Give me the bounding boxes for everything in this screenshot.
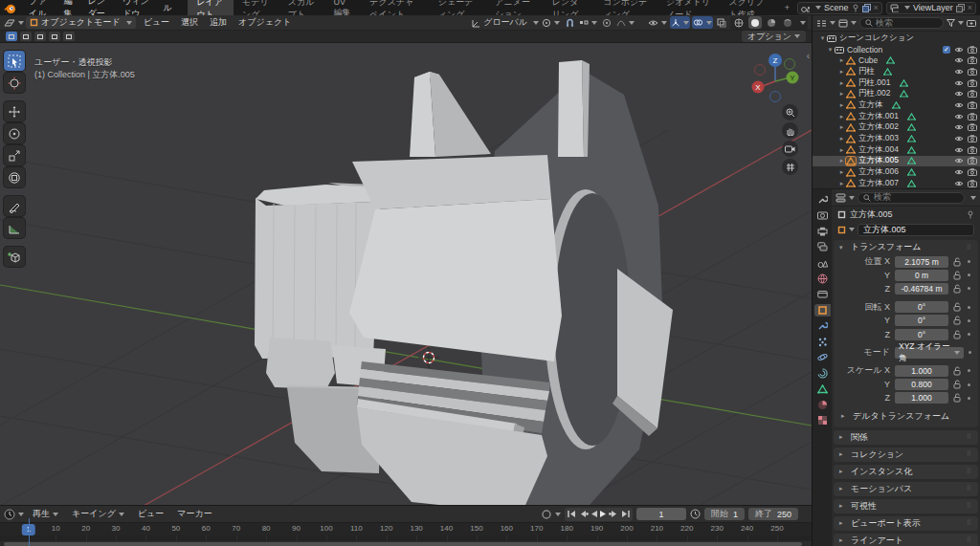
eye-icon[interactable]: [954, 168, 964, 176]
transform-panel-header[interactable]: ▾ トランスフォーム ⠿: [834, 240, 978, 254]
panel-4[interactable]: ▸可視性⠿: [834, 499, 978, 513]
scene-tab[interactable]: [814, 256, 831, 269]
eye-icon[interactable]: [954, 90, 964, 98]
timeline-menu-3[interactable]: マーカー: [170, 508, 218, 520]
shading-wireframe-button[interactable]: [732, 16, 746, 29]
collection-props-tab[interactable]: [814, 288, 831, 300]
modifiers-tab[interactable]: [814, 319, 831, 332]
camera-icon[interactable]: [968, 90, 977, 98]
camera-icon[interactable]: [968, 68, 977, 76]
select-mode-set-button[interactable]: [6, 32, 17, 41]
add-workspace-button[interactable]: +: [779, 3, 795, 12]
outliner-row-object[interactable]: ▸円柱.001: [813, 77, 980, 89]
object-visibility-button[interactable]: [647, 16, 668, 29]
rotate-tool-button[interactable]: [4, 123, 25, 143]
use-preview-range-icon[interactable]: [690, 509, 701, 519]
chevron-right-icon[interactable]: ▸: [837, 68, 846, 76]
zoom-button[interactable]: [782, 104, 798, 120]
close-icon[interactable]: ×: [874, 3, 879, 12]
xray-toggle[interactable]: [715, 16, 728, 29]
lock-open-icon[interactable]: [951, 271, 963, 280]
chevron-right-icon[interactable]: ▸: [837, 168, 846, 176]
transform-tool-button[interactable]: [4, 167, 25, 187]
outliner-row-collection[interactable]: ▾Collection✓: [813, 44, 980, 55]
panel-5[interactable]: ▸ビューポート表示⠿: [834, 516, 978, 531]
chevron-right-icon[interactable]: ▸: [837, 157, 846, 164]
new-collection-icon[interactable]: [967, 19, 976, 28]
material-tab[interactable]: [814, 399, 831, 411]
pin-icon[interactable]: [967, 210, 974, 219]
pan-hand-button[interactable]: [782, 122, 798, 139]
camera-icon[interactable]: [968, 168, 977, 176]
outliner-display-mode-icon[interactable]: [838, 19, 857, 28]
outliner-row-object[interactable]: ▸立方体.002: [813, 122, 980, 134]
animate-dot[interactable]: [968, 273, 970, 276]
rotation-mode-dropdown[interactable]: XYZ オイラー角: [895, 347, 964, 359]
animate-dot[interactable]: [968, 383, 970, 386]
constraints-tab[interactable]: [814, 367, 831, 380]
lock-open-icon[interactable]: [951, 330, 963, 339]
options-button[interactable]: オプション: [742, 31, 806, 42]
proportional-falloff-button[interactable]: [615, 16, 635, 29]
timeline-scrollbar-thumb[interactable]: [4, 542, 802, 546]
shading-material-button[interactable]: [765, 16, 778, 29]
editor-type-icon[interactable]: [4, 18, 24, 28]
properties-search-input[interactable]: 検索: [858, 192, 965, 204]
playhead-line[interactable]: [29, 518, 30, 546]
eye-icon[interactable]: [954, 79, 964, 87]
outliner-row-object[interactable]: ▸立方体.001: [813, 111, 980, 122]
camera-icon[interactable]: [968, 180, 977, 187]
outliner-row-object[interactable]: ▸立方体.004: [813, 144, 980, 156]
lock-open-icon[interactable]: [951, 284, 963, 294]
transform-value-field[interactable]: 0°: [895, 329, 948, 340]
outliner-row-object[interactable]: ▸立方体.006: [813, 166, 980, 178]
object-icon[interactable]: [837, 226, 855, 234]
eye-icon[interactable]: [954, 46, 964, 54]
perspective-toggle-button[interactable]: [782, 159, 798, 175]
texture-tab[interactable]: [814, 414, 831, 426]
select-box-tool-button[interactable]: [4, 51, 25, 71]
camera-icon[interactable]: [968, 46, 977, 54]
chevron-down-icon[interactable]: ▾: [826, 46, 835, 54]
object-tab[interactable]: [814, 304, 831, 317]
pivot-point-button[interactable]: [541, 16, 561, 29]
transform-value-field[interactable]: 0 m: [895, 270, 948, 281]
output-tab[interactable]: [814, 225, 831, 237]
new-scene-icon[interactable]: [862, 4, 871, 12]
scale-tool-button[interactable]: [4, 145, 25, 165]
viewport-menu-0[interactable]: ビュー: [138, 16, 175, 29]
viewport-menu-3[interactable]: オブジェクト: [233, 16, 297, 29]
object-name-field[interactable]: 立方体.005: [858, 224, 974, 236]
add-cube-tool-button[interactable]: [4, 247, 25, 267]
timeline-menu-2[interactable]: ビュー: [131, 508, 170, 520]
panel-6[interactable]: ▸ラインアート⠿: [834, 534, 978, 546]
snap-magnet-icon[interactable]: [563, 16, 576, 29]
shading-rendered-button[interactable]: [781, 16, 794, 29]
breadcrumb-object-name[interactable]: 立方体.005: [850, 208, 893, 221]
chevron-right-icon[interactable]: ▸: [837, 90, 846, 98]
particles-tab[interactable]: [814, 336, 831, 348]
panel-0[interactable]: ▸関係⠿: [834, 430, 978, 445]
eye-icon[interactable]: [954, 101, 964, 109]
auto-key-button[interactable]: [541, 509, 561, 520]
camera-icon[interactable]: [968, 101, 977, 109]
timeline-menu-0[interactable]: 再生: [26, 508, 65, 520]
transform-value-field[interactable]: -0.46784 m: [895, 283, 948, 295]
cursor-tool-button[interactable]: [4, 73, 25, 93]
navigation-gizmo[interactable]: Z X Y: [748, 49, 802, 102]
animate-dot[interactable]: [968, 319, 970, 322]
transform-value-field[interactable]: 2.1075 m: [895, 256, 948, 268]
view-layer-tab[interactable]: [814, 241, 831, 253]
annotate-tool-button[interactable]: [4, 196, 25, 216]
play-reverse-button[interactable]: [590, 510, 598, 518]
view-layer-selector[interactable]: ViewLayer ×: [886, 2, 976, 14]
panel-1[interactable]: ▸コレクション⠿: [834, 448, 978, 462]
outliner-row-scene-collection[interactable]: ▾シーンコレクション: [813, 33, 980, 44]
prev-keyframe-button[interactable]: [578, 510, 589, 518]
animate-dot[interactable]: [968, 306, 970, 309]
outliner-row-object[interactable]: ▸立方体.003: [813, 133, 980, 144]
physics-tab[interactable]: [814, 351, 831, 363]
animate-dot[interactable]: [968, 333, 970, 336]
chevron-right-icon[interactable]: ▸: [837, 79, 846, 87]
outliner-row-object[interactable]: ▸Cube: [813, 55, 980, 66]
